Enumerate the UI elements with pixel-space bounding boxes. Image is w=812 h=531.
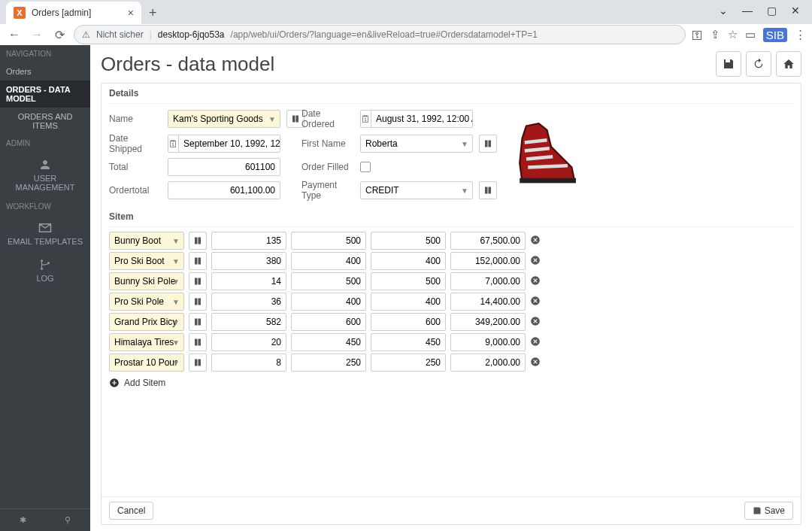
sitem-delete-button[interactable] <box>530 357 542 369</box>
sitem-delete-button[interactable] <box>530 296 542 308</box>
date-ordered-input[interactable] <box>371 111 473 127</box>
sitem-col3-input[interactable] <box>371 232 446 250</box>
sitem-col2-input[interactable] <box>291 353 366 372</box>
forward-button[interactable]: → <box>29 28 45 41</box>
sitem-delete-button[interactable] <box>530 255 542 267</box>
reload-button[interactable]: ⟳ <box>51 28 68 42</box>
sitem-name-input[interactable] <box>109 293 184 311</box>
first-name-select[interactable]: ▼ <box>360 135 473 153</box>
sitem-lookup-button[interactable] <box>189 272 207 290</box>
date-ordered-field[interactable]: 🗓 <box>360 110 473 128</box>
sidebar-item-log[interactable]: LOG <box>0 252 90 289</box>
sitem-delete-button[interactable] <box>530 316 542 328</box>
sitem-col2-input[interactable] <box>291 252 366 270</box>
order-filled-checkbox[interactable] <box>360 162 371 172</box>
sitem-name-select[interactable]: ▼ <box>109 313 184 331</box>
sitem-lookup-button[interactable] <box>189 293 207 311</box>
sitem-col4-input[interactable] <box>450 252 526 270</box>
date-shipped-field[interactable]: 🗓 <box>168 135 280 153</box>
sitem-name-select[interactable]: ▼ <box>109 272 184 290</box>
add-sitem-button[interactable]: Add Sitem <box>102 372 801 394</box>
key-button[interactable]: ⚲ <box>45 509 90 531</box>
sidebar-item-email-templates[interactable]: EMAIL TEMPLATES <box>0 215 90 252</box>
chevron-down-icon[interactable]: ⌄ <box>713 3 734 18</box>
sitem-col4-input[interactable] <box>450 272 526 290</box>
sitem-col1-input[interactable] <box>211 313 286 331</box>
sitem-name-select[interactable]: ▼ <box>109 333 184 351</box>
tab-close-icon[interactable]: × <box>128 7 134 19</box>
payment-type-input[interactable] <box>360 181 473 199</box>
sitem-col4-input[interactable] <box>450 333 526 351</box>
back-button[interactable]: ← <box>6 28 23 41</box>
sitem-col2-input[interactable] <box>291 293 366 311</box>
sitem-col2-input[interactable] <box>291 333 366 351</box>
maximize-button[interactable]: ▢ <box>761 3 782 18</box>
sitem-col3-input[interactable] <box>371 333 446 351</box>
sitem-name-input[interactable] <box>109 353 184 372</box>
sitem-col3-input[interactable] <box>371 353 446 372</box>
sitem-col3-input[interactable] <box>371 252 446 270</box>
sitem-col4-input[interactable] <box>450 293 526 311</box>
sitem-name-select[interactable]: ▼ <box>109 293 184 311</box>
sitem-name-select[interactable]: ▼ <box>109 353 184 372</box>
sitem-delete-button[interactable] <box>530 336 542 348</box>
sitem-col4-input[interactable] <box>450 232 526 250</box>
sitem-col1-input[interactable] <box>211 252 286 270</box>
url-field[interactable]: ⚠ Nicht sicher | desktop-6jqo53a/app/web… <box>74 25 686 44</box>
sitem-name-input[interactable] <box>109 272 184 290</box>
sidebar-item-user-management[interactable]: USER MANAGEMENT <box>0 152 90 198</box>
sidebar-item-orders[interactable]: Orders <box>0 62 90 80</box>
settings-button[interactable]: ✱ <box>0 509 45 531</box>
header-home-button[interactable] <box>776 51 801 77</box>
total-input[interactable] <box>168 158 280 176</box>
sitem-name-input[interactable] <box>109 252 184 270</box>
date-shipped-input[interactable] <box>179 135 280 152</box>
sitem-lookup-button[interactable] <box>189 353 207 372</box>
header-refresh-button[interactable] <box>746 51 771 77</box>
sitem-col2-input[interactable] <box>291 272 366 290</box>
sidebar-item-orders-and-items[interactable]: ORDERS AND ITEMS <box>0 108 90 135</box>
sitem-col2-input[interactable] <box>291 313 366 331</box>
payment-type-lookup-button[interactable] <box>479 181 497 199</box>
sitem-col2-input[interactable] <box>291 232 366 250</box>
sitem-name-select[interactable]: ▼ <box>109 252 184 270</box>
minimize-button[interactable]: — <box>737 3 758 18</box>
sidebar-item-orders-data-model[interactable]: ORDERS - DATA MODEL <box>0 80 90 108</box>
sitem-col4-input[interactable] <box>450 353 526 372</box>
share-icon[interactable]: ⇪ <box>710 28 720 41</box>
sitem-name-input[interactable] <box>109 313 184 331</box>
menu-icon[interactable]: ⋮ <box>795 28 806 41</box>
ordertotal-input[interactable] <box>168 181 280 199</box>
sitem-col1-input[interactable] <box>211 232 286 250</box>
sitem-col1-input[interactable] <box>211 293 286 311</box>
sitem-col3-input[interactable] <box>371 293 446 311</box>
sitem-lookup-button[interactable] <box>189 232 207 250</box>
sitem-col4-input[interactable] <box>450 313 526 331</box>
bookmark-icon[interactable]: ☆ <box>728 28 738 41</box>
sitem-col1-input[interactable] <box>211 353 286 372</box>
sitem-col1-input[interactable] <box>211 333 286 351</box>
sitem-col3-input[interactable] <box>371 313 446 331</box>
browser-tab[interactable]: X Orders [admin] × <box>6 2 141 24</box>
sitem-col1-input[interactable] <box>211 272 286 290</box>
new-tab-button[interactable]: + <box>149 5 157 24</box>
sitem-lookup-button[interactable] <box>189 313 207 331</box>
close-window-button[interactable]: ✕ <box>785 3 806 18</box>
sitem-name-select[interactable]: ▼ <box>109 232 184 250</box>
sitem-name-input[interactable] <box>109 232 184 250</box>
sitem-col3-input[interactable] <box>371 272 446 290</box>
name-input[interactable] <box>168 110 280 128</box>
first-name-lookup-button[interactable] <box>479 135 497 153</box>
sitem-lookup-button[interactable] <box>189 333 207 351</box>
save-button[interactable]: Save <box>744 502 793 520</box>
key-icon[interactable]: ⚿ <box>692 29 703 41</box>
extension-badge[interactable]: SIB <box>763 28 787 42</box>
name-select[interactable]: ▼ <box>168 110 280 128</box>
header-save-button[interactable] <box>716 51 741 77</box>
sitem-name-input[interactable] <box>109 333 184 351</box>
payment-type-select[interactable]: ▼ <box>360 181 473 199</box>
sitem-delete-button[interactable] <box>530 235 542 247</box>
first-name-input[interactable] <box>360 135 473 153</box>
sitem-delete-button[interactable] <box>530 275 542 287</box>
cancel-button[interactable]: Cancel <box>109 502 153 520</box>
